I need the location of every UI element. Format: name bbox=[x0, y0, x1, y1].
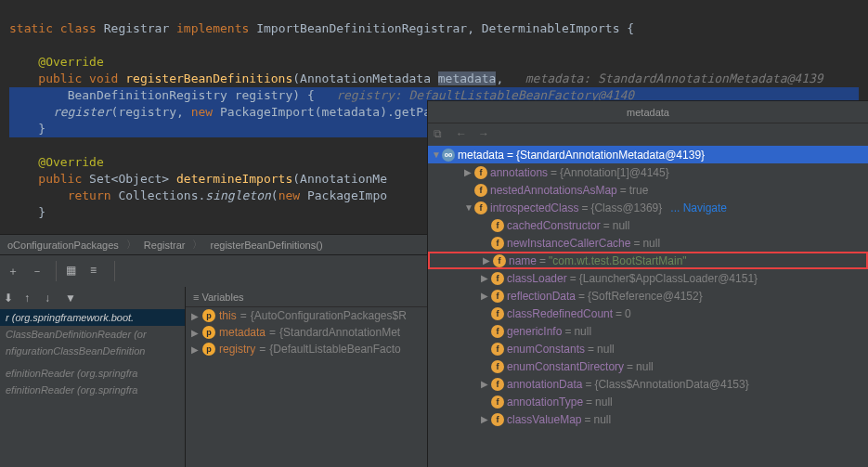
tree-row[interactable]: f cachedConstructor = null bbox=[428, 216, 868, 234]
field-value: {Launcher$AppClassLoader@4151} bbox=[579, 272, 758, 285]
expand-icon[interactable]: ▶ bbox=[481, 291, 488, 301]
var-name: registry bbox=[219, 343, 255, 356]
tree-row[interactable]: ▶ f annotations = {Annotation[1]@4145} bbox=[428, 163, 868, 181]
field-name: annotations bbox=[490, 166, 548, 179]
param-icon: p bbox=[202, 326, 215, 339]
field-value: {Class@1369} bbox=[590, 201, 662, 214]
list-icon[interactable]: ≡ bbox=[90, 264, 105, 279]
frame-item[interactable]: nfigurationClassBeanDefinition bbox=[0, 343, 185, 359]
var-value: {DefaultListableBeanFacto bbox=[269, 343, 400, 356]
field-value: null bbox=[613, 219, 630, 232]
tree-row[interactable]: f annotationType = null bbox=[428, 393, 868, 410]
inspect-tree[interactable]: ▼ oo metadata = {StandardAnnotationMetad… bbox=[428, 144, 868, 430]
field-value: 0 bbox=[625, 307, 631, 320]
grid-icon[interactable]: ▦ bbox=[66, 264, 81, 279]
expand-icon[interactable]: ▶ bbox=[191, 311, 199, 321]
chevron-right-icon: 〉 bbox=[126, 238, 136, 252]
debug-panel: ＋ － ▦ ≡ ⬇ ↑ ↓ ▼ r (org.springframework.b… bbox=[0, 254, 427, 467]
breadcrumb-item[interactable]: oConfigurationPackages bbox=[7, 240, 119, 251]
minus-icon[interactable]: － bbox=[32, 264, 46, 279]
field-name: annotationData bbox=[507, 378, 582, 391]
expand-icon[interactable]: ▶ bbox=[483, 255, 490, 266]
plus-icon[interactable]: ＋ bbox=[7, 264, 22, 279]
expand-icon[interactable]: ▼ bbox=[464, 202, 472, 213]
field-value: {Class$AnnotationData@4153} bbox=[594, 378, 748, 391]
variable-row[interactable]: ▶ p registry = {DefaultListableBeanFacto bbox=[186, 341, 427, 357]
field-name: nestedAnnotationsAsMap bbox=[490, 184, 617, 197]
expand-icon[interactable]: ▶ bbox=[191, 344, 199, 355]
tree-row[interactable]: f nestedAnnotationsAsMap = true bbox=[428, 181, 868, 199]
tree-row[interactable]: ▶ f reflectionData = {SoftReference@4152… bbox=[428, 287, 868, 305]
breadcrumb[interactable]: oConfigurationPackages 〉 Registrar 〉 reg… bbox=[0, 234, 427, 254]
variable-row[interactable]: ▶ p this = {AutoConfigurationPackages$R bbox=[186, 307, 427, 324]
chevron-right-icon: 〉 bbox=[192, 238, 202, 252]
field-icon: f bbox=[474, 184, 487, 197]
field-icon: f bbox=[491, 343, 504, 356]
tree-row[interactable]: ▶ f classValueMap = null bbox=[428, 410, 868, 428]
frame-item[interactable]: ClassBeanDefinitionReader (or bbox=[0, 326, 185, 343]
field-icon: f bbox=[491, 325, 504, 338]
variables-panel: ≡ Variables ▶ p this = {AutoConfiguratio… bbox=[186, 287, 427, 467]
var-name: metadata bbox=[219, 326, 266, 339]
field-name: annotationType bbox=[507, 396, 583, 409]
field-value: {SoftReference@4152} bbox=[588, 290, 703, 303]
field-icon: f bbox=[491, 378, 504, 391]
frame-item[interactable]: efinitionReader (org.springfra bbox=[0, 382, 185, 398]
tree-row[interactable]: f newInstanceCallerCache = null bbox=[428, 234, 868, 252]
field-value: null bbox=[595, 396, 613, 409]
frame-item[interactable]: r (org.springframework.boot. bbox=[0, 309, 185, 326]
field-name: name bbox=[509, 254, 537, 267]
funnel-icon[interactable]: ▼ bbox=[65, 292, 78, 305]
field-value: null bbox=[597, 343, 615, 356]
navigate-link[interactable]: ... Navigate bbox=[670, 201, 727, 214]
frames-toolbar: ⬇ ↑ ↓ ▼ bbox=[0, 287, 185, 309]
tree-row[interactable]: f classRedefinedCount = 0 bbox=[428, 305, 868, 322]
expand-icon[interactable]: ▶ bbox=[191, 328, 199, 338]
field-name: introspectedClass bbox=[490, 201, 578, 214]
field-value: true bbox=[629, 184, 649, 197]
field-icon: f bbox=[493, 254, 506, 267]
down-icon[interactable]: ⬇ bbox=[4, 292, 17, 305]
tree-row[interactable]: f genericInfo = null bbox=[428, 322, 868, 340]
inspect-panel: metadata ⧉ ← → ▼ oo metadata = {Standard… bbox=[427, 100, 868, 467]
variable-row[interactable]: ▶ p metadata = {StandardAnnotationMet bbox=[186, 324, 427, 341]
expand-icon[interactable]: ▶ bbox=[481, 414, 488, 424]
tree-row[interactable]: ▶ f annotationData = {Class$AnnotationDa… bbox=[428, 375, 868, 393]
inspect-title: metadata bbox=[428, 101, 868, 123]
copy-icon[interactable]: ⧉ bbox=[434, 127, 447, 140]
field-name: newInstanceCallerCache bbox=[507, 237, 630, 250]
param-icon: p bbox=[202, 309, 215, 322]
tree-root-row[interactable]: ▼ oo metadata = {StandardAnnotationMetad… bbox=[428, 146, 868, 163]
tree-row[interactable]: ▼ f introspectedClass = {Class@1369} ...… bbox=[428, 199, 868, 216]
field-name: enumConstantDirectory bbox=[507, 360, 624, 373]
forward-icon[interactable]: → bbox=[478, 127, 491, 140]
tree-row[interactable]: f enumConstantDirectory = null bbox=[428, 357, 868, 375]
frame-item[interactable]: efinitionReader (org.springfra bbox=[0, 365, 185, 382]
expand-icon[interactable]: ▶ bbox=[481, 273, 488, 283]
expand-icon[interactable]: ▼ bbox=[432, 149, 439, 160]
field-icon: f bbox=[491, 360, 504, 373]
tree-row[interactable]: ▶ f name = "com.wt.test.BootStartMain" bbox=[428, 252, 868, 269]
var-value: {AutoConfigurationPackages$R bbox=[251, 309, 407, 322]
back-icon[interactable]: ← bbox=[456, 127, 469, 140]
arrow-up-icon[interactable]: ↑ bbox=[24, 292, 37, 305]
field-icon: f bbox=[491, 307, 504, 320]
field-name: classValueMap bbox=[507, 413, 581, 426]
frames-panel: ⬇ ↑ ↓ ▼ r (org.springframework.boot.Clas… bbox=[0, 287, 186, 467]
field-name: cachedConstructor bbox=[507, 219, 601, 232]
arrow-down-icon[interactable]: ↓ bbox=[45, 292, 58, 305]
expand-icon[interactable]: ▶ bbox=[481, 379, 488, 389]
field-value: {Annotation[1]@4145} bbox=[560, 166, 669, 179]
field-icon: f bbox=[491, 272, 504, 285]
field-name: genericInfo bbox=[507, 325, 562, 338]
inspect-toolbar: ⧉ ← → bbox=[428, 123, 868, 144]
field-icon: f bbox=[491, 413, 504, 426]
tree-row[interactable]: ▶ f classLoader = {Launcher$AppClassLoad… bbox=[428, 269, 868, 287]
breadcrumb-item[interactable]: registerBeanDefinitions() bbox=[210, 240, 322, 251]
param-icon: p bbox=[202, 343, 215, 356]
field-name: classRedefinedCount bbox=[507, 307, 613, 320]
tree-row[interactable]: f enumConstants = null bbox=[428, 340, 868, 357]
expand-icon[interactable]: ▶ bbox=[464, 167, 472, 177]
field-icon: f bbox=[474, 201, 487, 214]
breadcrumb-item[interactable]: Registrar bbox=[144, 240, 186, 251]
